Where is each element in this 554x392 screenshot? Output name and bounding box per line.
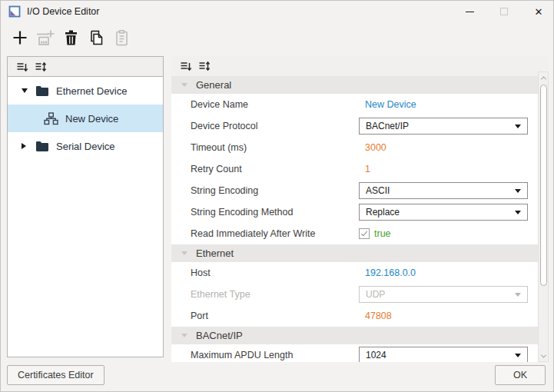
property-label: Ethernet Type bbox=[171, 289, 359, 300]
chevron-down-icon bbox=[22, 88, 28, 93]
port-value[interactable]: 47808 bbox=[359, 311, 392, 321]
ethernet-type-dropdown: UDP bbox=[359, 286, 528, 303]
dropdown-value: UDP bbox=[366, 289, 385, 300]
property-row: Maximum APDU Length 1024 bbox=[171, 344, 538, 362]
section-label: BACnet/IP bbox=[196, 330, 243, 341]
chevron-down-icon bbox=[515, 189, 521, 193]
collapse-all-button[interactable] bbox=[177, 59, 194, 73]
host-value[interactable]: 192.168.0.0 bbox=[359, 267, 416, 278]
property-row: Timeout (ms) 3000 bbox=[171, 137, 538, 158]
delete-button[interactable] bbox=[59, 26, 82, 49]
network-device-icon bbox=[44, 112, 58, 125]
timeout-value[interactable]: 3000 bbox=[359, 142, 386, 153]
property-label: String Encoding Method bbox=[171, 207, 359, 218]
dropdown-value: BACnet/IP bbox=[366, 121, 409, 131]
minimize-button[interactable] bbox=[453, 1, 486, 22]
collapse-expander[interactable] bbox=[22, 88, 29, 93]
copy-button[interactable] bbox=[85, 26, 108, 49]
expand-all-icon bbox=[198, 60, 211, 72]
tree-item-new-device[interactable]: New Device bbox=[8, 105, 163, 132]
property-grid: General Device Name New Device Device Pr… bbox=[171, 76, 538, 362]
ok-button[interactable]: OK bbox=[495, 365, 546, 385]
retry-count-value[interactable]: 1 bbox=[359, 164, 370, 174]
chevron-down-icon bbox=[181, 334, 187, 337]
chevron-down-icon bbox=[181, 251, 187, 255]
checkbox-value-label: true bbox=[370, 228, 391, 239]
property-row: Device Name New Device bbox=[171, 94, 538, 115]
app-icon bbox=[8, 5, 21, 18]
property-row: Read Immediately After Write true bbox=[171, 223, 538, 244]
string-encoding-dropdown[interactable]: ASCII bbox=[359, 182, 528, 199]
device-tree-panel: Ethernet Device New Device Serial Device bbox=[7, 56, 164, 357]
maximize-button bbox=[487, 1, 521, 22]
chevron-up-icon bbox=[540, 76, 546, 81]
close-button[interactable]: ✕ bbox=[522, 1, 554, 22]
window-title: I/O Device Editor bbox=[27, 6, 99, 17]
folder-icon bbox=[35, 141, 49, 151]
device-protocol-dropdown[interactable]: BACnet/IP bbox=[359, 118, 528, 135]
folder-icon bbox=[35, 85, 49, 96]
tree-item-ethernet-device[interactable]: Ethernet Device bbox=[8, 77, 163, 105]
tree-item-label: Serial Device bbox=[56, 141, 115, 152]
section-header-bacnet-ip[interactable]: BACnet/IP bbox=[171, 327, 538, 344]
collapse-all-icon bbox=[180, 60, 192, 72]
chevron-down-icon bbox=[181, 83, 187, 87]
trash-icon bbox=[63, 29, 79, 46]
paste-icon bbox=[114, 29, 130, 47]
certificates-editor-button[interactable]: Certificates Editor bbox=[7, 365, 104, 385]
scrollbar-thumb[interactable] bbox=[540, 85, 547, 286]
maximize-icon bbox=[500, 8, 508, 15]
tree-item-label: Ethernet Device bbox=[56, 85, 128, 97]
chevron-down-icon bbox=[515, 211, 521, 214]
device-name-value[interactable]: New Device bbox=[359, 99, 416, 110]
property-row: String Encoding ASCII bbox=[171, 180, 538, 201]
io-device-editor-window: I/O Device Editor ✕ bbox=[0, 0, 554, 392]
property-row: String Encoding Method Replace bbox=[171, 201, 538, 223]
toolbar bbox=[1, 22, 553, 53]
section-label: General bbox=[196, 79, 231, 91]
property-label: Device Name bbox=[171, 99, 359, 110]
section-label: Ethernet bbox=[196, 247, 234, 259]
collapse-all-icon bbox=[16, 61, 28, 73]
add-device-icon bbox=[35, 28, 55, 47]
vertical-scrollbar[interactable] bbox=[538, 71, 549, 362]
property-label: Retry Count bbox=[171, 164, 359, 174]
dropdown-value: ASCII bbox=[366, 185, 390, 196]
chevron-right-icon bbox=[22, 143, 26, 149]
expand-all-button[interactable] bbox=[196, 59, 213, 73]
chevron-down-icon bbox=[540, 352, 546, 357]
expand-all-icon bbox=[35, 61, 47, 73]
property-label: Port bbox=[171, 311, 359, 321]
expand-expander[interactable] bbox=[22, 143, 29, 149]
minimize-icon bbox=[466, 12, 474, 12]
add-button[interactable] bbox=[8, 26, 32, 49]
chevron-down-icon bbox=[515, 293, 521, 297]
section-header-general[interactable]: General bbox=[171, 76, 538, 94]
tree-item-label: New Device bbox=[65, 113, 118, 125]
property-label: String Encoding bbox=[171, 185, 359, 196]
chevron-down-icon bbox=[515, 354, 521, 357]
property-label: Timeout (ms) bbox=[171, 142, 359, 153]
maximum-apdu-length-dropdown[interactable]: 1024 bbox=[359, 347, 528, 362]
dropdown-value: Replace bbox=[366, 207, 400, 218]
properties-toolbar bbox=[171, 56, 549, 76]
property-label: Maximum APDU Length bbox=[171, 350, 359, 360]
string-encoding-method-dropdown[interactable]: Replace bbox=[359, 204, 528, 221]
check-icon bbox=[361, 230, 367, 237]
scroll-up-button[interactable] bbox=[539, 72, 548, 83]
section-header-ethernet[interactable]: Ethernet bbox=[171, 244, 538, 262]
collapse-all-button[interactable] bbox=[14, 60, 31, 74]
tree-toolbar bbox=[8, 57, 163, 77]
plus-icon bbox=[12, 29, 28, 46]
add-device-button bbox=[34, 26, 57, 49]
close-icon: ✕ bbox=[535, 6, 543, 18]
tree-item-serial-device[interactable]: Serial Device bbox=[8, 132, 163, 160]
paste-button bbox=[110, 26, 133, 49]
expand-all-button[interactable] bbox=[32, 60, 49, 74]
property-row: Port 47808 bbox=[171, 305, 538, 327]
scroll-down-button[interactable] bbox=[539, 350, 548, 361]
property-label: Host bbox=[171, 267, 359, 278]
read-immediately-checkbox[interactable] bbox=[359, 228, 370, 239]
titlebar: I/O Device Editor ✕ bbox=[1, 1, 553, 22]
copy-icon bbox=[88, 29, 104, 46]
